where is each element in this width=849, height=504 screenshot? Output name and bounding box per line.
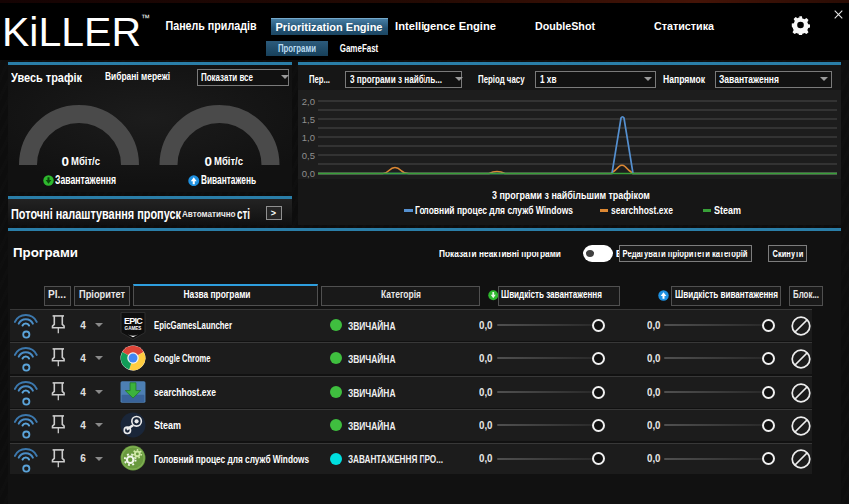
svg-text:2,0: 2,0: [302, 96, 315, 107]
svg-text:GAMES: GAMES: [125, 326, 142, 331]
svg-text:EPIC: EPIC: [124, 315, 143, 325]
svg-text:0,5: 0,5: [302, 150, 315, 161]
svg-text:1,5: 1,5: [302, 114, 315, 125]
svg-text:0,0: 0,0: [302, 168, 315, 179]
svg-text:1,0: 1,0: [302, 132, 315, 143]
